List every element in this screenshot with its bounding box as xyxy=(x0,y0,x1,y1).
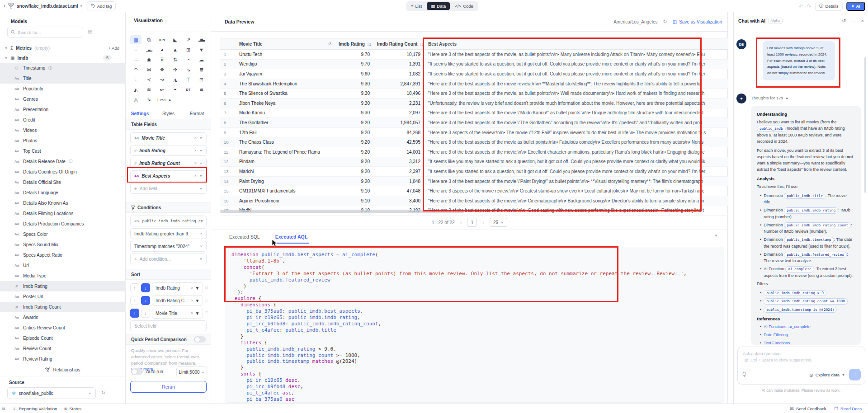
column-header-movie-title[interactable]: Movie Title↑3 xyxy=(236,42,335,47)
status-button[interactable]: ≡ Status xyxy=(64,406,81,411)
thoughts-toggle[interactable]: Thoughts for 17s ▲ xyxy=(751,95,788,100)
timezone-label[interactable]: America/Los_Angeles xyxy=(613,19,657,24)
field-chip[interactable]: public_imdb.timestamp is @(2024) xyxy=(764,307,837,313)
sort-ascending-button[interactable]: ↑ xyxy=(130,283,139,292)
curve-chart-icon[interactable]: ↜ xyxy=(156,85,168,94)
histogram-chart-icon[interactable]: ⁞ xyxy=(130,75,142,84)
quick-period-toggle[interactable] xyxy=(194,336,206,343)
sidebar-field-popularity[interactable]: AaPopularity xyxy=(0,84,126,94)
chevron-down-icon[interactable]: ▼ xyxy=(199,149,203,152)
save-as-visualization-button[interactable]: ◫ Save as Visualization xyxy=(673,19,722,24)
field-chip[interactable]: public_imdb.imdb_rating xyxy=(784,207,838,214)
sankey-chart-icon[interactable]: ⋈ xyxy=(143,65,155,74)
sort-descending-button[interactable]: ↓ xyxy=(141,296,150,305)
chevron-down-icon[interactable]: ▼ xyxy=(199,162,203,165)
more-options-icon[interactable]: ··· xyxy=(114,56,120,61)
sidebar-field-review-rating[interactable]: AaReview Rating xyxy=(0,354,126,363)
sidebar-field-timestamp[interactable]: ⊟Timestampⓘ xyxy=(0,63,126,73)
bar-chart-icon[interactable]: ≡ xyxy=(130,45,142,54)
sidebar-field-details-official-site[interactable]: AaDetails Official Site xyxy=(0,177,126,188)
refresh-icon[interactable]: ↻ xyxy=(663,19,667,25)
sidebar-field-details-filming-locations[interactable]: AaDetails Filming Locations xyxy=(0,208,126,219)
field-pill-best-aspects[interactable]: AaBest Aspects×▼ xyxy=(130,170,207,181)
pivot-table-icon[interactable]: ⧉ xyxy=(143,35,155,44)
table-row[interactable]: 14Paint Drying9.201,048"Here are 3 of th… xyxy=(220,177,728,187)
read-docs-link[interactable]: ❐ Read Docs xyxy=(834,406,862,411)
view-mode-code[interactable]: </>Code xyxy=(451,2,477,10)
table-row[interactable]: 6Jibon Theke Neya9.302,231"Unfortunately… xyxy=(220,99,728,108)
sidebar-field-specs-sound-mix[interactable]: AaSpecs Sound Mix xyxy=(0,239,126,250)
relationships-button[interactable]: Relationships xyxy=(0,363,126,376)
parallel-chart-icon[interactable]: ≌ xyxy=(196,85,207,94)
source-select[interactable]: ❄ snowflake_public ▼ xyxy=(7,387,96,399)
card-chart-icon[interactable]: ⊡ xyxy=(196,75,207,84)
spline-chart-icon[interactable]: ↝ xyxy=(156,75,168,84)
flow-chart-icon[interactable]: ➘ xyxy=(143,95,155,104)
row-limit-select[interactable]: Limit 5000 ▲ xyxy=(176,366,207,377)
sidebar-field-url[interactable]: AaUrl xyxy=(0,260,126,271)
chevron-down-icon[interactable]: ▼ xyxy=(195,286,200,291)
field-visibility-icon[interactable]: ▤ xyxy=(88,28,92,34)
tab-format[interactable]: Format xyxy=(183,108,211,120)
field-chip[interactable]: public_imdb xyxy=(757,126,786,132)
field-chip[interactable]: public_imdb.timestamp xyxy=(784,237,834,243)
chevron-down-icon[interactable]: ▼ xyxy=(5,56,8,60)
sorted-bar-chart-icon[interactable]: ⇅ xyxy=(170,55,181,64)
field-chip[interactable]: public_imdb.imdb_rating_count xyxy=(784,222,851,229)
chevron-down-icon[interactable]: ▼ xyxy=(199,174,203,178)
view-mode-data[interactable]: ▦Data xyxy=(427,2,450,10)
sidebar-field-critics-review-count[interactable]: AaCritics Review Count xyxy=(0,323,126,333)
treemap-chart-icon[interactable]: ❖ xyxy=(156,65,168,74)
summary-table-icon[interactable]: ⊞ xyxy=(183,45,194,54)
page-size-select[interactable]: 25 ▼ xyxy=(490,218,507,227)
sidebar-field-presentation[interactable]: AaPresentation xyxy=(0,104,126,115)
table-row[interactable]: 4The Shawshank Redemption9.302,847,391"H… xyxy=(220,79,728,89)
column-header-imdb-rating-count[interactable]: Imdb Rating Count↓2 xyxy=(373,42,424,47)
cactus-chart-icon[interactable]: ᛉ xyxy=(183,75,194,84)
redo-icon[interactable]: ↷ xyxy=(807,3,811,9)
condition-pill-3[interactable]: Timestamp matches "2024"× xyxy=(130,241,207,252)
add-metric-button[interactable]: + Add xyxy=(108,46,119,51)
line-chart-icon[interactable]: ↗ xyxy=(183,35,194,44)
pie-chart-icon[interactable]: ◕ xyxy=(156,45,168,54)
sidebar-field-photos[interactable]: AaPhotos xyxy=(0,136,126,146)
sidebar-field-awards[interactable]: AaAwards xyxy=(0,312,126,323)
collapse-section-icon[interactable]: ▼ xyxy=(714,234,718,238)
remove-sort-icon[interactable]: × xyxy=(191,298,193,303)
table-row[interactable]: 3Jai Vijayam9.601,032"It seems like you … xyxy=(220,69,728,79)
remove-field-icon[interactable]: × xyxy=(194,136,197,140)
scatter-chart-icon[interactable]: ∴ xyxy=(130,55,142,64)
table-row[interactable]: 5The Silence of Swastika9.3010,496"Here … xyxy=(220,89,728,99)
table-row[interactable]: 912th Fail9.2084,268"Here are 3 aspects … xyxy=(220,128,728,138)
tab-styles[interactable]: Styles xyxy=(154,108,183,120)
table-row[interactable]: 11Ramayana: The Legend of Prince Rama9.2… xyxy=(220,147,728,157)
send-message-button[interactable]: ↑ xyxy=(849,369,861,380)
sidebar-field-imdb-rating-count[interactable]: #Imdb Rating Count xyxy=(0,302,126,312)
sidebar-field-poster-url[interactable]: AaPoster Url xyxy=(0,291,126,302)
pyramid-chart-icon[interactable]: ▲ xyxy=(170,45,181,54)
sort-ascending-button[interactable]: ↑ xyxy=(130,309,139,318)
aql-code-block[interactable]: dimension public_imdb.best_aspects = ai_… xyxy=(225,247,724,403)
drag-handle-icon[interactable]: ⠿ xyxy=(205,286,208,290)
previous-page-icon[interactable]: ‹ xyxy=(460,220,462,225)
filled-line-chart-icon[interactable]: ◮ xyxy=(170,75,181,84)
ai-button[interactable]: ✦ AI xyxy=(846,2,865,11)
close-icon[interactable]: × xyxy=(861,18,864,24)
more-options-icon[interactable]: ⋯ xyxy=(851,18,856,24)
explore-data-button[interactable]: ◎ Explore data ▼ xyxy=(809,372,845,377)
imdb-model-row[interactable]: ▼ ▣ Imdb 5 ··· xyxy=(0,53,126,63)
waterfall-chart-icon[interactable]: ◭ xyxy=(130,85,142,94)
field-pill-movie-title[interactable]: AaMovie Title×▼ xyxy=(130,132,207,143)
sort-select-field[interactable]: Select field xyxy=(130,320,207,331)
condition-pill-1[interactable]: </>public_imdb.imdb_rating_coun... xyxy=(130,216,207,226)
chat-input-box[interactable]: Ask a data question... Tip: Ctrl + Space… xyxy=(737,347,865,385)
condition-pill-2[interactable]: Imdb Rating greater than 9× xyxy=(130,228,207,239)
sidebar-field-videos[interactable]: AaVideos xyxy=(0,125,126,136)
rerun-button[interactable]: Rerun xyxy=(130,381,207,393)
chevron-down-icon[interactable]: ▾ xyxy=(80,4,82,8)
table-row[interactable]: 16Aguner Poroshmoni9.103,400"Here are 3 … xyxy=(220,196,728,206)
reference-link[interactable]: Date Filtering xyxy=(764,333,788,337)
table-row[interactable]: 10The Chaos Class9.2042,595"Here are 3 o… xyxy=(220,137,728,147)
sidebar-field-episode-count[interactable]: AaEpisode Count xyxy=(0,333,126,343)
funnel-chart-icon[interactable]: ▼ xyxy=(196,45,207,54)
